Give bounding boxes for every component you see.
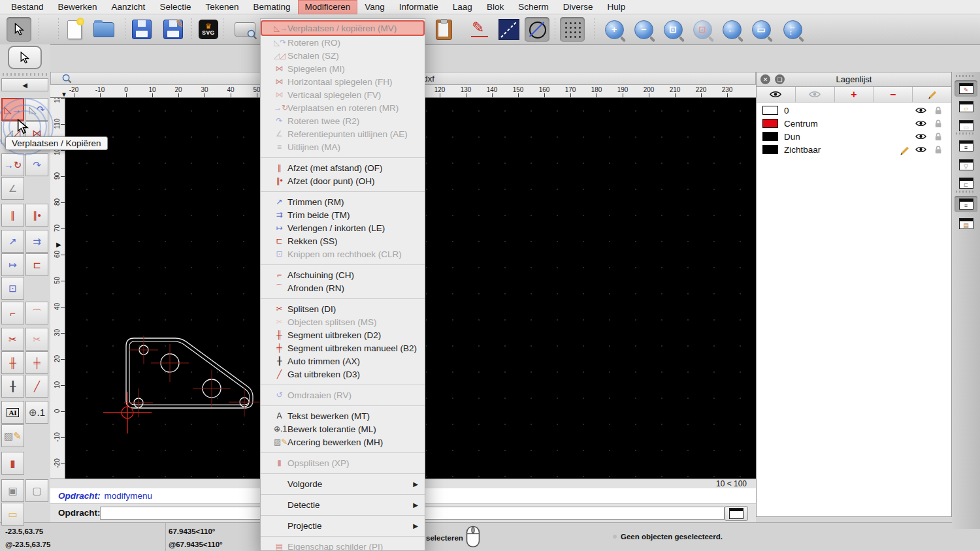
filter-window-button[interactable]: ▽	[956, 157, 975, 173]
tool-auto-trim[interactable]: ╂	[1, 375, 24, 398]
menu-item-opsplitsen-xp[interactable]: ▮Opsplitsen (XP)	[261, 456, 425, 469]
menu-item-verlengen-inkorten-le[interactable]: ↦Verlengen / inkorten (LE)	[261, 221, 425, 234]
tool-order-front[interactable]: ▢	[25, 479, 48, 502]
select-tool-palette-button[interactable]	[8, 46, 42, 69]
menu-item-afzet-met-afstand-of[interactable]: ∥Afzet (met afstand) (OF)	[261, 161, 425, 174]
edit-pencil-button[interactable]: ✎	[468, 17, 493, 42]
clipboard-window-button[interactable]: ▤	[956, 215, 975, 232]
menu-item-segment-uitbreken-manueel-b2[interactable]: ╪Segment uitbreken manueel (B2)	[261, 341, 425, 354]
open-file-button[interactable]	[91, 17, 116, 42]
layer-row-zichtbaar[interactable]: Zichtbaar	[757, 143, 951, 156]
command-window-button[interactable]: ≡	[955, 196, 977, 212]
menubar-item-bestand[interactable]: Bestand	[4, 0, 51, 14]
menu-item-segment-uitbreken-d2[interactable]: ╫Segment uitbreken (D2)	[261, 328, 425, 341]
menu-item-trim-beide-tm[interactable]: ⇉Trim beide (TM)	[261, 208, 425, 221]
menubar-item-modificeren[interactable]: Modificeren	[298, 0, 358, 14]
layer-lock-icon[interactable]	[934, 106, 942, 115]
menu-item-schalen-sz[interactable]: ◿◿Schalen (SZ)	[261, 49, 425, 62]
preview-window-button[interactable]: ▭	[956, 118, 975, 134]
menu-item-horizontaal-spiegelen-fh[interactable]: ⋈Horizontaal spiegelen (FH)	[261, 75, 425, 88]
tool-move-rotate[interactable]: →↻	[1, 153, 24, 176]
menu-item-gat-uitbreken-d3[interactable]: ╱Gat uitbreken (D3)	[261, 368, 425, 381]
tool-trim[interactable]: ↗	[1, 230, 24, 253]
tool-stretch[interactable]: ⊏	[25, 253, 48, 276]
remove-layer-button[interactable]: −	[874, 87, 913, 102]
layer-visibility-eye-icon[interactable]	[915, 107, 926, 114]
close-icon[interactable]: ✕	[760, 74, 770, 84]
tool-offset-distance[interactable]: ∥	[1, 204, 24, 227]
menu-item-afzet-door-punt-oh[interactable]: ∥•Afzet (door punt) (OH)	[261, 174, 425, 187]
tool-align-reference[interactable]: ∠	[1, 177, 24, 200]
menubar-item-laag[interactable]: Laag	[446, 0, 480, 14]
selection-rectangle-button[interactable]	[497, 17, 521, 42]
command-history-button[interactable]	[725, 506, 748, 521]
select-tool-button[interactable]	[7, 17, 31, 42]
menu-item-referentiepunten-uitlijnen-ae[interactable]: ∠Referentiepunten uitlijnen (AE)	[261, 127, 425, 140]
layer-lock-icon[interactable]	[934, 119, 942, 128]
zoom-previous-button[interactable]: ←	[719, 17, 744, 42]
menu-item-detectie[interactable]: Detectie▶	[261, 498, 425, 511]
menu-item-objecten-splitsen-ms[interactable]: ✂Objecten splitsen (MS)	[261, 315, 425, 328]
save-as-file-button[interactable]: ✎	[161, 17, 186, 42]
pan-button[interactable]: ↔↕	[780, 17, 805, 42]
tool-hatch-edit[interactable]: ▨✎	[1, 424, 24, 447]
menubar-item-tekenen[interactable]: Tekenen	[198, 0, 246, 14]
print-preview-button[interactable]	[233, 17, 257, 42]
zoom-window-button[interactable]: ▭	[749, 17, 774, 42]
menu-item-splitsen-di[interactable]: ✂Splitsen (DI)	[261, 302, 425, 315]
menu-item-bewerk-tolerantie-ml[interactable]: ⊕.1Bewerk tolerantie (ML)	[261, 422, 425, 435]
menu-item-verplaatsen-en-roteren-mr[interactable]: →↻Verplaatsen en roteren (MR)	[261, 101, 425, 114]
tools-window-button[interactable]: ✎	[955, 80, 977, 97]
menubar-item-bewerken[interactable]: Bewerken	[51, 0, 105, 14]
tool-explode[interactable]: ▮	[1, 452, 24, 475]
tool-segment-break-manual[interactable]: ╪	[25, 351, 48, 374]
layer-row-0[interactable]: 0	[757, 104, 951, 117]
tool-extend[interactable]: ↦	[1, 253, 24, 276]
menubar-item-aanzicht[interactable]: Aanzicht	[105, 0, 153, 14]
menubar-item-blok[interactable]: Blok	[480, 0, 511, 14]
menubar-item-selectie[interactable]: Selectie	[152, 0, 198, 14]
menu-item-trimmen-rm[interactable]: ↗Trimmen (RM)	[261, 195, 425, 208]
tool-rotate[interactable]: ◺↷	[25, 98, 48, 121]
layer-visibility-eye-icon[interactable]	[915, 146, 926, 153]
tool-rotate-two[interactable]: ↷	[25, 153, 48, 176]
tool-trim-both[interactable]: ⇉	[25, 230, 48, 253]
circle-line-tool-button[interactable]	[525, 17, 549, 42]
layer-row-centrum[interactable]: Centrum	[757, 117, 951, 130]
palette-handle[interactable]	[3, 73, 47, 76]
menu-item-afronden-rn[interactable]: ⌒Afronden (RN)	[261, 281, 425, 294]
palette-back-button[interactable]: ◀	[1, 78, 48, 91]
layer-lock-icon[interactable]	[934, 145, 942, 154]
tool-paint-roller[interactable]: ▭	[1, 503, 24, 526]
tool-order-back[interactable]: ▣	[1, 479, 24, 502]
menu-item-verplaatsen-kopi-ren-mv[interactable]: ◺→Verplaatsen / kopiëren (MV)	[261, 20, 425, 36]
new-file-button[interactable]	[62, 17, 87, 42]
grid-toggle-button[interactable]	[560, 17, 585, 42]
edit-layer-button[interactable]	[913, 87, 951, 102]
tool-offset-point[interactable]: ∥•	[25, 204, 48, 227]
tool-split[interactable]: ✂	[1, 328, 24, 351]
menubar-item-informatie[interactable]: Informatie	[392, 0, 446, 14]
menu-item-roteren-twee-r2[interactable]: ↷Roteren twee (R2)	[261, 114, 425, 127]
tool-segment-break[interactable]: ╫	[1, 351, 24, 374]
svg-export-button[interactable]: ♛SVG	[196, 17, 221, 42]
menu-item-roteren-ro[interactable]: ◺↷Roteren (RO)	[261, 36, 425, 49]
list-window-button[interactable]: ≡	[956, 138, 975, 154]
add-layer-button[interactable]: +	[835, 87, 874, 102]
tool-split-objects[interactable]: ✂	[25, 328, 48, 351]
menu-item-projectie[interactable]: Projectie▶	[261, 519, 425, 532]
zoom-in-button[interactable]: +	[602, 17, 627, 42]
layer-visibility-eye-icon[interactable]	[915, 120, 926, 127]
collapse-icon[interactable]: ❏	[775, 74, 785, 84]
save-file-button[interactable]	[129, 17, 154, 42]
menubar-item-vang[interactable]: Vang	[357, 0, 392, 14]
tool-chamfer[interactable]: ⌐	[1, 302, 24, 324]
menu-item-verticaal-spiegelen-fv[interactable]: ⋈Verticaal spiegelen (FV)	[261, 88, 425, 101]
menu-item-uitlijnen-ma[interactable]: ≡Uitlijnen (MA)	[261, 140, 425, 153]
menubar-item-diverse[interactable]: Diverse	[556, 0, 600, 14]
show-layer-dim-button[interactable]	[796, 87, 835, 102]
menu-item-volgorde[interactable]: Volgorde▶	[261, 477, 425, 490]
show-layer-button[interactable]	[757, 87, 796, 102]
menu-item-tekst-bewerken-mt[interactable]: ATekst bewerken (MT)	[261, 409, 425, 422]
paste-clipboard-button[interactable]	[431, 17, 456, 42]
